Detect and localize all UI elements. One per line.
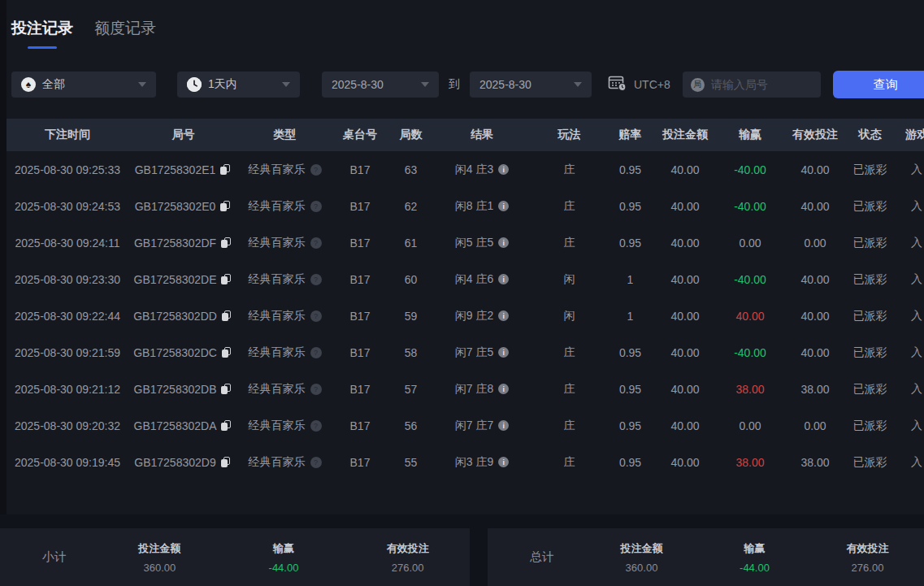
copy-icon[interactable]	[221, 237, 232, 249]
column-header: 输赢	[718, 119, 783, 151]
cell-valid-bet: 0.00	[783, 224, 848, 261]
copy-icon[interactable]	[222, 310, 233, 322]
tab-quota-records[interactable]: 额度记录	[94, 18, 156, 49]
cell-bet-time: 2025-08-30 09:21:59	[7, 334, 128, 371]
date-to-value: 2025-8-30	[479, 78, 531, 91]
calendar-clock-icon	[608, 75, 627, 95]
cell-status: 已派彩	[848, 444, 892, 480]
copy-icon[interactable]	[221, 274, 232, 285]
game-info-icon[interactable]: ?	[310, 347, 322, 358]
clock-icon	[187, 77, 202, 92]
tab-betting-records[interactable]: 投注记录	[11, 18, 73, 49]
game-info-icon[interactable]: ?	[310, 384, 322, 395]
time-range-dropdown[interactable]: 1天内	[177, 72, 300, 98]
subtotal-bet-amount: 投注金额 360.00	[98, 541, 222, 574]
round-number-input[interactable]	[711, 78, 809, 91]
cell-result: 闲7 庄7 i	[433, 407, 531, 444]
cell-game: 入	[892, 334, 924, 371]
game-info-icon[interactable]: ?	[310, 310, 322, 322]
cell-round-id: GB17258302E0	[128, 188, 238, 224]
info-icon[interactable]: i	[498, 237, 509, 248]
cell-game: 入	[892, 261, 924, 297]
date-from-dropdown[interactable]: 2025-8-30	[322, 72, 439, 98]
cell-win-loss: -40.00	[718, 334, 783, 371]
cell-bet-time: 2025-08-30 09:22:44	[7, 297, 128, 334]
cell-play: 庄	[531, 188, 608, 224]
cell-game-type: 经典百家乐 ?	[238, 334, 332, 371]
cell-bet-time: 2025-08-30 09:19:45	[7, 444, 128, 480]
table-row: 2025-08-30 09:24:53 GB17258302E0 经典百家乐 ?…	[7, 188, 924, 224]
cell-game-type: 经典百家乐 ?	[238, 261, 332, 297]
info-icon[interactable]: i	[498, 457, 509, 467]
cell-game-type: 经典百家乐 ?	[238, 224, 332, 261]
table-row: 2025-08-30 09:22:44 GB17258302DD 经典百家乐 ?…	[7, 297, 924, 334]
cell-win-loss: -40.00	[718, 188, 783, 224]
total-bet-amount: 投注金额 360.00	[585, 541, 698, 574]
cell-play: 庄	[531, 407, 608, 444]
tab-quota-records-label: 额度记录	[94, 20, 156, 37]
cell-round-no: 61	[388, 224, 433, 261]
game-info-icon[interactable]: ?	[310, 274, 322, 285]
copy-icon[interactable]	[222, 347, 233, 358]
cell-bet-time: 2025-08-30 09:24:53	[7, 188, 128, 224]
cell-game: 入	[892, 444, 924, 480]
column-header: 投注金额	[653, 119, 718, 151]
cell-play: 闲	[531, 297, 608, 334]
date-from-value: 2025-8-30	[332, 78, 384, 91]
copy-icon[interactable]	[221, 384, 232, 395]
cell-valid-bet: 40.00	[783, 334, 848, 371]
subtotal-panel: 小计 投注金额 360.00 输赢 -44.00 有效投注 276.00	[0, 528, 470, 586]
cell-table-no: B17	[332, 297, 388, 334]
cell-status: 已派彩	[848, 407, 892, 444]
cell-result: 闲7 庄8 i	[433, 371, 531, 407]
cell-bet-amount: 40.00	[653, 297, 718, 334]
chevron-down-icon	[421, 82, 429, 87]
info-icon[interactable]: i	[498, 201, 509, 211]
game-info-icon[interactable]: ?	[310, 237, 322, 249]
game-info-icon[interactable]: ?	[310, 420, 322, 432]
cell-game: 入	[892, 297, 924, 334]
info-icon[interactable]: i	[498, 420, 509, 431]
cell-valid-bet: 40.00	[783, 151, 848, 188]
date-to-dropdown[interactable]: 2025-8-30	[470, 72, 592, 98]
game-type-dropdown[interactable]: ♠ 全部	[11, 72, 156, 98]
cell-result: 闲9 庄2 i	[433, 297, 531, 334]
cell-round-no: 59	[388, 297, 433, 334]
cell-win-loss: 38.00	[718, 371, 783, 407]
info-icon[interactable]: i	[498, 274, 509, 284]
betting-records-page: 投注记录 额度记录 ♠ 全部 1天内 2025-8-30 到 2025-8-30	[7, 0, 924, 586]
info-icon[interactable]: i	[498, 384, 509, 394]
copy-icon[interactable]	[220, 201, 232, 212]
cell-table-no: B17	[332, 407, 388, 444]
cell-bet-amount: 40.00	[653, 371, 718, 407]
game-info-icon[interactable]: ?	[310, 457, 322, 468]
cell-odds: 0.95	[608, 151, 653, 188]
tab-betting-records-label: 投注记录	[11, 20, 73, 37]
cell-valid-bet: 40.00	[783, 261, 848, 297]
total-label: 总计	[488, 549, 585, 565]
copy-icon[interactable]	[220, 164, 232, 176]
column-header: 状态	[848, 119, 892, 151]
table-row: 2025-08-30 09:21:59 GB17258302DC 经典百家乐 ?…	[7, 334, 924, 371]
copy-icon[interactable]	[221, 420, 232, 432]
timezone-label: UTC+8	[634, 78, 670, 91]
cell-game-type: 经典百家乐 ?	[238, 407, 332, 444]
copy-icon[interactable]	[221, 457, 232, 468]
cell-round-no: 58	[388, 334, 433, 371]
search-button[interactable]: 查询	[833, 71, 924, 98]
cell-game: 入	[892, 371, 924, 407]
timezone-indicator: UTC+8	[608, 75, 670, 95]
game-info-icon[interactable]: ?	[310, 201, 322, 212]
cell-round-no: 63	[388, 151, 433, 188]
info-icon[interactable]: i	[498, 347, 509, 358]
cell-round-id: GB17258302DC	[128, 334, 238, 371]
active-tab-underline	[28, 46, 57, 49]
subtotal-valid-bet: 有效投注 276.00	[345, 541, 470, 574]
cell-game-type: 经典百家乐 ?	[238, 371, 332, 407]
cell-odds: 0.95	[608, 334, 653, 371]
info-icon[interactable]: i	[498, 310, 509, 321]
cell-status: 已派彩	[848, 334, 892, 371]
cell-table-no: B17	[332, 151, 388, 188]
game-info-icon[interactable]: ?	[310, 164, 322, 176]
info-icon[interactable]: i	[498, 164, 509, 175]
